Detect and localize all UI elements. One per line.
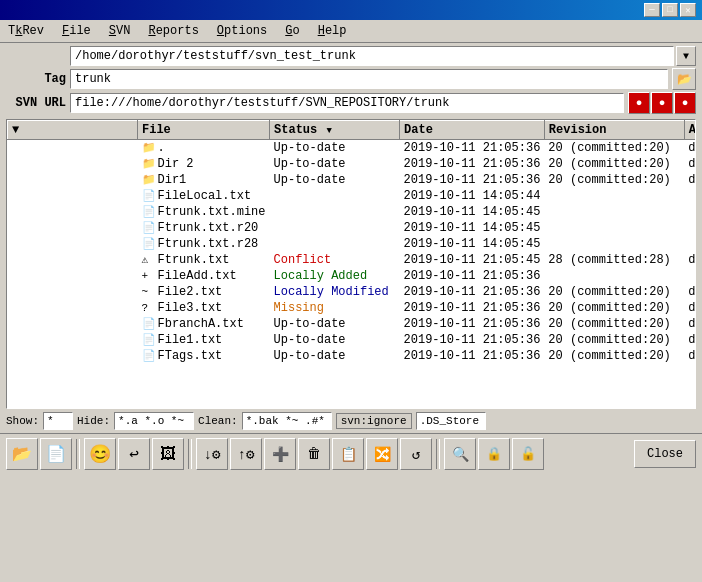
cell-icon: [8, 300, 138, 316]
cell-date: 2019-10-11 21:05:45: [400, 252, 545, 268]
table-header-row: ▼ File Status ▼ Date Revision Author: [8, 121, 697, 140]
show-input[interactable]: [43, 412, 73, 430]
table-row[interactable]: 📄Ftrunk.txt.mine 2019-10-11 14:05:45: [8, 204, 697, 220]
cell-revision: [544, 268, 684, 284]
cell-icon: [8, 268, 138, 284]
svn-icon-3[interactable]: ●: [674, 92, 696, 114]
cell-revision: 20 (committed:20): [544, 316, 684, 332]
cell-icon: [8, 204, 138, 220]
cell-author: dorothyr: [684, 348, 696, 364]
header-date[interactable]: Date: [400, 121, 545, 140]
svn-url-row: SVN URL ● ● ●: [6, 92, 696, 114]
undo-btn[interactable]: ↩: [118, 438, 150, 470]
menu-svn[interactable]: SVN: [105, 22, 135, 40]
svn-copy-btn[interactable]: 📋: [332, 438, 364, 470]
cell-author: dorothyr: [684, 284, 696, 300]
table-row[interactable]: ?File3.txt Missing 2019-10-11 21:05:36 2…: [8, 300, 697, 316]
header-file[interactable]: File: [138, 121, 270, 140]
svn-add-btn[interactable]: ➕: [264, 438, 296, 470]
file-icon: 📁: [142, 157, 156, 170]
svn-lock-btn[interactable]: 🔒: [478, 438, 510, 470]
file-icon: ⚠: [142, 253, 156, 266]
close-window-button[interactable]: ✕: [680, 3, 696, 17]
table-row[interactable]: ⚠Ftrunk.txt Conflict 2019-10-11 21:05:45…: [8, 252, 697, 268]
cell-file: ?File3.txt: [138, 300, 270, 316]
table-row[interactable]: 📄FTags.txt Up-to-date 2019-10-11 21:05:3…: [8, 348, 697, 364]
header-status[interactable]: Status ▼: [270, 121, 400, 140]
table-row[interactable]: 📁Dir1 Up-to-date 2019-10-11 21:05:36 20 …: [8, 172, 697, 188]
sep-2: [188, 439, 192, 469]
table-row[interactable]: 📄FileLocal.txt 2019-10-11 14:05:44: [8, 188, 697, 204]
table-row[interactable]: +FileAdd.txt Locally Added 2019-10-11 21…: [8, 268, 697, 284]
cell-icon: [8, 140, 138, 157]
menu-options[interactable]: Options: [213, 22, 271, 40]
sep-3: [436, 439, 440, 469]
cell-author: dorothyr: [684, 172, 696, 188]
table-row[interactable]: 📄Ftrunk.txt.r28 2019-10-11 14:05:45: [8, 236, 697, 252]
menu-go[interactable]: Go: [281, 22, 303, 40]
tag-input[interactable]: [70, 69, 668, 89]
cell-file: 📄File1.txt: [138, 332, 270, 348]
file-icon: 📄: [142, 221, 156, 234]
form-area: ▼ Tag 📂 SVN URL ● ● ●: [0, 43, 702, 119]
close-button[interactable]: Close: [634, 440, 696, 468]
title-bar: ─ □ ✕: [0, 0, 702, 20]
cell-file: 📄FbranchA.txt: [138, 316, 270, 332]
tag-row: Tag 📂: [6, 68, 696, 90]
path-input[interactable]: [70, 46, 674, 66]
cell-file: ⚠Ftrunk.txt: [138, 252, 270, 268]
menu-file[interactable]: File: [58, 22, 95, 40]
cell-revision: 28 (committed:28): [544, 252, 684, 268]
cell-file: 📄FTags.txt: [138, 348, 270, 364]
menu-tkrev[interactable]: TkRev: [4, 22, 48, 40]
path-dropdown-btn[interactable]: ▼: [676, 46, 696, 66]
cell-author: [684, 268, 696, 284]
table-row[interactable]: 📁Dir 2 Up-to-date 2019-10-11 21:05:36 20…: [8, 156, 697, 172]
header-author[interactable]: Author: [684, 121, 696, 140]
cell-status: Up-to-date: [270, 316, 400, 332]
svn-icon-1[interactable]: ●: [628, 92, 650, 114]
header-revision[interactable]: Revision: [544, 121, 684, 140]
svn-icon-2[interactable]: ●: [651, 92, 673, 114]
table-row[interactable]: 📄FbranchA.txt Up-to-date 2019-10-11 21:0…: [8, 316, 697, 332]
menu-reports[interactable]: Reports: [144, 22, 202, 40]
svn-commit-btn[interactable]: ↑⚙: [230, 438, 262, 470]
cell-status: Up-to-date: [270, 172, 400, 188]
table-row[interactable]: 📄Ftrunk.txt.r20 2019-10-11 14:05:45: [8, 220, 697, 236]
cell-file: ~File2.txt: [138, 284, 270, 300]
svn-delete-btn[interactable]: 🗑: [298, 438, 330, 470]
file-table: ▼ File Status ▼ Date Revision Author 📁. …: [7, 120, 696, 364]
cell-date: 2019-10-11 21:05:36: [400, 284, 545, 300]
file-icon: ?: [142, 302, 156, 314]
table-row[interactable]: ~File2.txt Locally Modified 2019-10-11 2…: [8, 284, 697, 300]
svn-merge-btn[interactable]: 🔀: [366, 438, 398, 470]
tag-folder-btn[interactable]: 📂: [672, 68, 696, 90]
file-icon: 📁: [142, 141, 156, 154]
svn-update-btn[interactable]: ↓⚙: [196, 438, 228, 470]
table-row[interactable]: 📄File1.txt Up-to-date 2019-10-11 21:05:3…: [8, 332, 697, 348]
file-icon: +: [142, 270, 156, 282]
minimize-button[interactable]: ─: [644, 3, 660, 17]
path-input-container: ▼: [70, 46, 696, 66]
cell-revision: 20 (committed:20): [544, 140, 684, 157]
cell-file: 📁Dir1: [138, 172, 270, 188]
table-row[interactable]: 📁. Up-to-date 2019-10-11 21:05:36 20 (co…: [8, 140, 697, 157]
svn-revert-btn[interactable]: ↺: [400, 438, 432, 470]
clean-input[interactable]: [242, 412, 332, 430]
svn-ignore-input[interactable]: [416, 412, 486, 430]
svn-diff-btn[interactable]: 🔍: [444, 438, 476, 470]
file-icon: 📁: [142, 173, 156, 186]
picture-btn[interactable]: 🖼: [152, 438, 184, 470]
cell-date: 2019-10-11 14:05:45: [400, 236, 545, 252]
open-folder-btn[interactable]: 📂: [6, 438, 38, 470]
hide-input[interactable]: [114, 412, 194, 430]
face-btn[interactable]: 😊: [84, 438, 116, 470]
svn-url-input[interactable]: [70, 93, 624, 113]
cell-revision: 20 (committed:20): [544, 156, 684, 172]
maximize-button[interactable]: □: [662, 3, 678, 17]
menu-help[interactable]: Help: [314, 22, 351, 40]
header-sort[interactable]: ▼: [8, 121, 138, 140]
svn-unlock-btn[interactable]: 🔓: [512, 438, 544, 470]
document-btn[interactable]: 📄: [40, 438, 72, 470]
cell-file: +FileAdd.txt: [138, 268, 270, 284]
